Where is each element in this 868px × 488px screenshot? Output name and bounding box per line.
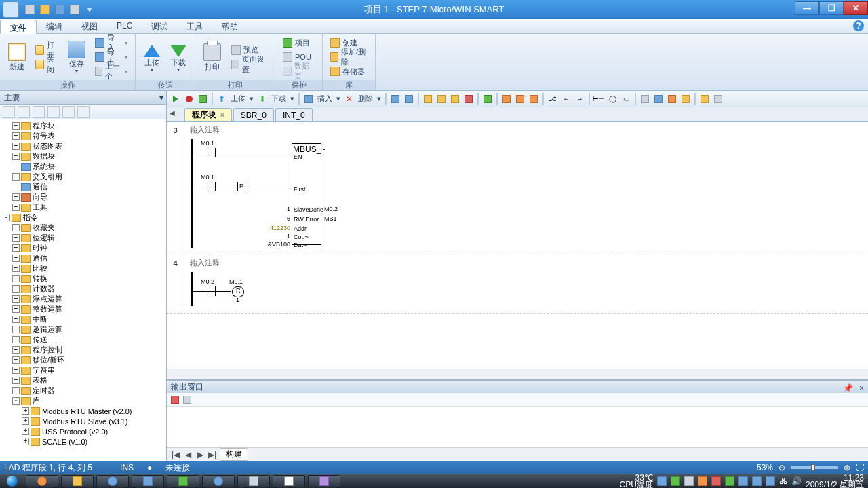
tb-e[interactable] bbox=[449, 93, 461, 105]
contact-p[interactable]: P bbox=[233, 182, 250, 191]
taskbar-item-7[interactable] bbox=[237, 475, 270, 487]
output-nav-prev[interactable]: ◀ bbox=[183, 450, 193, 459]
tree-node[interactable]: +转换 bbox=[3, 274, 165, 284]
tree-node[interactable]: +程序块 bbox=[3, 121, 165, 131]
panel-tb-5[interactable] bbox=[62, 106, 75, 118]
output-nav-next[interactable]: ▶ bbox=[195, 450, 205, 459]
upload-button[interactable]: 上传▾ bbox=[140, 35, 164, 79]
tray-icon-3[interactable] bbox=[684, 476, 694, 486]
tree-node[interactable]: +时钟 bbox=[3, 243, 165, 253]
save-button[interactable]: 保存▾ bbox=[64, 35, 89, 79]
run-button[interactable] bbox=[170, 93, 182, 105]
editor-tab-sbr0[interactable]: SBR_0 bbox=[233, 108, 274, 121]
maximize-button[interactable]: ❐ bbox=[819, 1, 844, 15]
tray-icon-2[interactable] bbox=[671, 476, 680, 486]
tree-node[interactable]: +整数运算 bbox=[3, 304, 165, 314]
close-button-rb[interactable]: 关闭 bbox=[32, 58, 61, 71]
taskbar-item-4[interactable] bbox=[132, 475, 164, 487]
tray-volume-icon[interactable]: 🔊 bbox=[791, 476, 802, 486]
tree-node[interactable]: +表格 bbox=[3, 375, 165, 386]
panel-tb-4[interactable] bbox=[47, 106, 60, 118]
tb-box[interactable]: ▭ bbox=[620, 93, 632, 105]
taskbar-item-6[interactable] bbox=[202, 475, 235, 487]
output-pin-icon[interactable]: 📌 bbox=[843, 382, 853, 394]
tab-close-icon[interactable]: × bbox=[220, 111, 224, 119]
taskbar-item-9[interactable] bbox=[308, 475, 340, 487]
tree-node[interactable]: +收藏夹 bbox=[3, 223, 165, 233]
tb-contact[interactable]: ⊢⊣ bbox=[593, 93, 605, 105]
taskbar-item-2[interactable] bbox=[61, 475, 94, 487]
tab-file[interactable]: 文件 bbox=[0, 20, 37, 34]
delete-tb-button[interactable]: ✕ bbox=[343, 93, 355, 105]
tb-j[interactable] bbox=[666, 93, 678, 105]
taskbar-item-8[interactable] bbox=[273, 475, 305, 487]
tree-node[interactable]: 系统块 bbox=[3, 162, 165, 172]
zoom-out-button[interactable]: ⊖ bbox=[778, 463, 785, 472]
tb-h[interactable] bbox=[639, 93, 651, 105]
tree-node[interactable]: +状态图表 bbox=[3, 141, 165, 151]
tree-node-lib[interactable]: +USS Protocol (v2.0) bbox=[3, 426, 165, 436]
tb-a[interactable] bbox=[389, 93, 401, 105]
output-clear-icon[interactable] bbox=[171, 396, 179, 404]
project-button[interactable]: 项目 bbox=[279, 36, 318, 50]
zoom-in-button[interactable]: ⊕ bbox=[844, 463, 850, 472]
coil-reset[interactable]: M0.1R bbox=[231, 286, 245, 296]
editor-tab-main[interactable]: 程序块× bbox=[184, 108, 232, 121]
panel-tb-2[interactable] bbox=[18, 106, 30, 118]
tb-m[interactable] bbox=[712, 93, 724, 105]
tb-b[interactable] bbox=[403, 93, 415, 105]
taskbar-item-5[interactable] bbox=[167, 475, 199, 487]
download-tb-button[interactable]: ⬇ bbox=[256, 93, 269, 105]
qat-new-icon[interactable] bbox=[24, 4, 35, 15]
tray-network-icon[interactable]: 🖧 bbox=[779, 476, 787, 486]
tree-node[interactable]: +字符串 bbox=[3, 365, 165, 375]
zoom-slider[interactable] bbox=[791, 466, 838, 469]
tree-node[interactable]: +符号表 bbox=[3, 131, 165, 141]
print-button[interactable]: 打印 bbox=[199, 35, 225, 79]
tray-icon-4[interactable] bbox=[698, 476, 707, 486]
contact-m02[interactable]: M0.2 bbox=[203, 286, 220, 296]
tree-node[interactable]: -库 bbox=[3, 396, 165, 406]
output-copy-icon[interactable] bbox=[183, 396, 191, 404]
tb-l[interactable] bbox=[698, 93, 711, 105]
download-button[interactable]: 下载▾ bbox=[167, 35, 191, 79]
panel-tb-3[interactable] bbox=[33, 106, 45, 118]
tb-arrow-r[interactable]: → bbox=[574, 93, 586, 105]
qat-dropdown-icon[interactable]: ▾ bbox=[84, 4, 95, 15]
editor-h-scrollbar[interactable] bbox=[167, 369, 868, 379]
tree-node[interactable]: +向导 bbox=[3, 192, 165, 202]
tab-edit[interactable]: 编辑 bbox=[37, 19, 72, 33]
tray-icon-8[interactable] bbox=[752, 476, 762, 486]
tree-node[interactable]: +传送 bbox=[3, 335, 165, 345]
app-icon[interactable] bbox=[3, 1, 19, 18]
upload-label[interactable]: 上传 bbox=[229, 94, 247, 104]
tree-node-lib[interactable]: +SCALE (v1.0) bbox=[3, 436, 165, 447]
tb-arrow-l[interactable]: ← bbox=[560, 93, 572, 105]
tb-branch[interactable]: ⎇ bbox=[547, 93, 559, 105]
network-comment[interactable]: 输入注释 bbox=[190, 258, 868, 268]
qat-open-icon[interactable] bbox=[39, 4, 50, 15]
page-setup-button[interactable]: 页面设置 bbox=[228, 58, 271, 71]
tree-root-instructions[interactable]: -指令 bbox=[3, 212, 165, 223]
project-tree[interactable]: +程序块+符号表+状态图表+数据块系统块+交叉引用通信+向导+工具 -指令 +收… bbox=[0, 119, 166, 461]
start-button[interactable] bbox=[0, 474, 24, 488]
tree-node[interactable]: +位逻辑 bbox=[3, 233, 165, 243]
output-nav-last[interactable]: ▶| bbox=[208, 450, 217, 459]
taskbar-item-1[interactable] bbox=[26, 475, 58, 487]
tree-node[interactable]: +中断 bbox=[3, 314, 165, 324]
tb-coil[interactable]: ◯ bbox=[606, 93, 618, 105]
tray-icon-6[interactable] bbox=[725, 476, 734, 486]
tray-icon-5[interactable] bbox=[711, 476, 721, 486]
minimize-button[interactable]: — bbox=[795, 1, 819, 15]
upload-tb-button[interactable]: ⬆ bbox=[216, 93, 228, 105]
prev-button[interactable]: 上一个▾ bbox=[92, 64, 131, 78]
tb-c[interactable] bbox=[422, 93, 434, 105]
contact-m01b[interactable]: M0.1 bbox=[203, 182, 220, 191]
function-block[interactable]: MBUS_~ EN First SlaveDone RW Error Addr … bbox=[292, 143, 321, 245]
output-tab-build[interactable]: 构建 bbox=[220, 448, 248, 461]
contact-m01a[interactable]: M0.1 bbox=[203, 148, 220, 157]
status-expand-icon[interactable]: ⛶ bbox=[856, 463, 864, 472]
tb-d[interactable] bbox=[435, 93, 448, 105]
editor-tab-int0[interactable]: INT_0 bbox=[275, 108, 313, 121]
network-comment[interactable]: 输入注释 bbox=[190, 125, 868, 135]
